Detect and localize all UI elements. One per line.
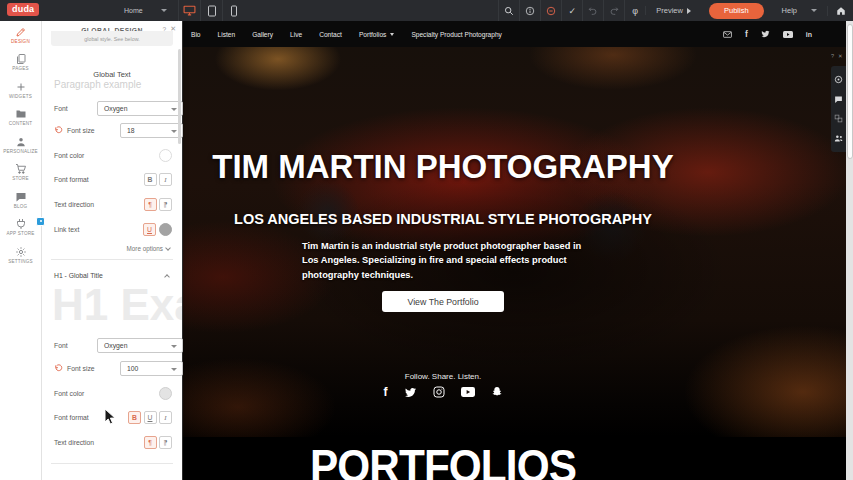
app-store-notification-badge (36, 217, 45, 226)
nav-link-bio[interactable]: Bio (191, 31, 201, 38)
font-size-label: Font size (67, 365, 95, 372)
h1-font-color-swatch[interactable] (159, 387, 172, 400)
tablet-icon (207, 5, 217, 17)
h1-section-header[interactable]: H1 - Global Title (54, 268, 172, 283)
hero-paragraph[interactable]: Tim Martin is an industrial style produc… (302, 239, 586, 282)
tablet-view-button[interactable] (200, 0, 222, 21)
page-selector-value: Home (124, 7, 143, 14)
sidebar-item-app-store[interactable]: APP STORE (0, 214, 41, 242)
duda-editor-window: duda Home ✓ (0, 0, 853, 480)
font-color-swatch[interactable] (159, 149, 172, 162)
site-title[interactable]: TIM MARTIN PHOTOGRAPHY (183, 148, 703, 186)
sidebar-item-pages[interactable]: PAGES (0, 49, 41, 77)
play-icon (687, 8, 691, 14)
info-icon (525, 6, 535, 16)
italic-button[interactable]: I (159, 411, 172, 424)
chevron-down-icon (390, 33, 394, 36)
screenshot-camera-button[interactable] (834, 75, 843, 84)
link-underline-button[interactable]: U (143, 223, 156, 236)
font-format-label: Font format (54, 414, 89, 421)
layers-button[interactable] (834, 114, 843, 123)
twitter-icon[interactable] (761, 30, 770, 38)
bold-button[interactable]: B (128, 411, 141, 424)
site-subtitle[interactable]: LOS ANGELES BASED INDUSTRIAL STYLE PHOTO… (183, 211, 703, 227)
more-options-button[interactable]: More options (127, 245, 170, 252)
paragraph-sample-text: Paragraph example (54, 79, 141, 90)
dashboard-home-button[interactable] (827, 6, 847, 16)
dev-mode-button[interactable]: φ (624, 0, 645, 21)
nav-link-live[interactable]: Live (290, 31, 302, 38)
facebook-icon[interactable]: f (384, 385, 388, 399)
font-size-select[interactable]: 18 (120, 123, 183, 138)
site-navbar: Bio Listen Gallery Live Contact Portfoli… (183, 21, 846, 47)
publish-button[interactable]: Publish (709, 3, 764, 19)
ltr-direction-button[interactable]: ¶ (144, 436, 157, 449)
linkedin-icon[interactable]: in (806, 31, 812, 38)
help-label: Help (782, 6, 797, 15)
font-label: Font (54, 342, 68, 349)
view-portfolio-button[interactable]: View The Portfolio (382, 291, 504, 312)
portfolios-heading[interactable]: PORTFOLIOS (204, 443, 682, 480)
redo-button[interactable] (603, 0, 624, 21)
sidebar-item-personalize[interactable]: PERSONALIZE (0, 131, 41, 159)
italic-button[interactable]: I (159, 173, 172, 186)
mobile-view-button[interactable] (222, 0, 244, 21)
rtl-direction-button[interactable]: ¶ (159, 198, 172, 211)
status-button[interactable] (540, 0, 561, 21)
instagram-icon[interactable] (433, 385, 445, 399)
nav-link-contact[interactable]: Contact (319, 31, 342, 38)
global-design-panel: GLOBAL DESIGN ? ✕ global style. See belo… (42, 21, 182, 480)
help-dropdown[interactable]: Help (772, 6, 827, 15)
info-button[interactable] (519, 0, 540, 21)
reset-style-icon[interactable] (54, 364, 63, 373)
sidebar-item-label: WIDGETS (9, 94, 32, 99)
sidebar-item-content[interactable]: CONTENT (0, 104, 41, 132)
panel-scrollbar[interactable] (178, 49, 181, 144)
comments-button[interactable] (834, 95, 843, 104)
float-help-button[interactable]: ? (831, 53, 834, 59)
nav-link-listen[interactable]: Listen (218, 31, 236, 38)
sidebar-item-blog[interactable]: BLOG (0, 186, 41, 214)
canvas-scrollbar[interactable] (846, 21, 853, 480)
link-color-swatch[interactable] (159, 223, 172, 236)
nav-link-gallery[interactable]: Gallery (252, 31, 273, 38)
team-button[interactable] (834, 134, 844, 143)
desktop-icon (183, 5, 196, 16)
snapchat-icon[interactable] (491, 385, 503, 399)
duda-logo[interactable]: duda (7, 3, 39, 16)
rtl-direction-button[interactable]: ¶ (159, 436, 172, 449)
facebook-icon[interactable]: f (745, 29, 748, 39)
font-select[interactable]: Oxygen (97, 101, 183, 116)
scrollbar-thumb[interactable] (847, 24, 853, 159)
reset-style-icon[interactable] (54, 126, 63, 135)
float-close-button[interactable]: ✕ (838, 53, 843, 59)
sidebar-item-settings[interactable]: SETTINGS (0, 241, 41, 269)
chevron-down-icon (165, 245, 171, 251)
font-size-row: Font size 18 (54, 123, 172, 138)
underline-button[interactable]: U (144, 411, 157, 424)
undo-button[interactable] (582, 0, 603, 21)
email-icon[interactable] (723, 31, 732, 38)
chevron-down-icon (171, 108, 177, 111)
divider (51, 463, 173, 464)
nav-link-specialty[interactable]: Specialty Product Photography (411, 31, 502, 38)
sidebar-item-design[interactable]: DESIGN (0, 21, 41, 49)
twitter-icon[interactable] (404, 385, 417, 399)
h1-font-select[interactable]: Oxygen (97, 338, 183, 353)
sidebar-item-widgets[interactable]: WIDGETS (0, 76, 41, 104)
search-button[interactable] (498, 0, 519, 21)
youtube-icon[interactable] (783, 31, 793, 38)
desktop-view-button[interactable] (178, 0, 200, 21)
bold-button[interactable]: B (144, 173, 157, 186)
font-select-value: Oxygen (104, 105, 127, 112)
hero-section: TIM MARTIN PHOTOGRAPHY LOS ANGELES BASED… (183, 47, 846, 437)
link-text-label: Link text (54, 226, 79, 233)
youtube-icon[interactable] (461, 385, 475, 399)
sidebar-item-store[interactable]: STORE (0, 159, 41, 187)
h1-font-size-select[interactable]: 100 (120, 361, 183, 376)
save-check-button[interactable]: ✓ (561, 0, 582, 21)
page-selector-dropdown[interactable]: Home (124, 0, 182, 21)
preview-button[interactable]: Preview (645, 6, 701, 15)
ltr-direction-button[interactable]: ¶ (144, 198, 157, 211)
nav-link-portfolios[interactable]: Portfolios (359, 31, 395, 38)
